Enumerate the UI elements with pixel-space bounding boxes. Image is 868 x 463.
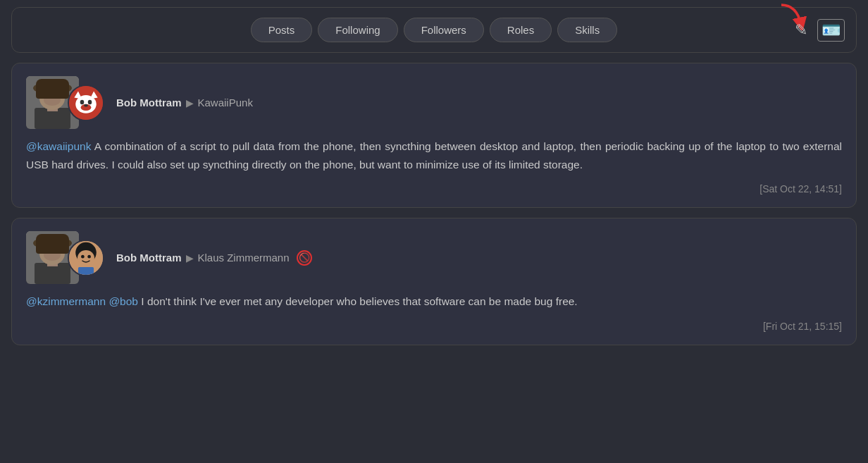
globe-icon-2: 🚫 [297, 250, 312, 266]
post-header-2: Bob Mottram ▶ Klaus Zimmermann 🚫 [26, 231, 842, 284]
forward-arrow-2: ▶ [186, 252, 194, 264]
post-meta-1: Bob Mottram ▶ KawaiiPunk [116, 97, 253, 109]
author-name-2: Bob Mottram [116, 252, 182, 264]
avatar-klaus-2 [68, 240, 104, 276]
tab-following[interactable]: Following [318, 18, 397, 42]
post-meta-2: Bob Mottram ▶ Klaus Zimmermann 🚫 [116, 250, 312, 266]
post-text-2: I don't think I've ever met any develope… [138, 295, 578, 307]
svg-rect-28 [78, 267, 94, 275]
person-add-button[interactable]: 🪪 [817, 19, 845, 42]
tab-followers[interactable]: Followers [404, 18, 484, 42]
post-timestamp-1: [Sat Oct 22, 14:51] [26, 183, 842, 195]
svg-point-13 [84, 104, 88, 106]
svg-point-22 [44, 249, 61, 261]
post-header-1: Bob Mottram ▶ KawaiiPunk [26, 76, 842, 129]
svg-point-20 [35, 240, 69, 247]
tab-skills[interactable]: Skills [557, 18, 617, 42]
recipient-name-1: KawaiiPunk [198, 97, 253, 109]
author-name-1: Bob Mottram [116, 97, 182, 109]
tab-bar: Posts Following Followers Roles Skills ✎… [11, 7, 857, 53]
post-timestamp-2: [Fri Oct 21, 15:15] [26, 321, 842, 332]
svg-point-15 [88, 99, 92, 104]
svg-point-27 [87, 254, 91, 258]
avatar-group-1 [26, 76, 111, 129]
post-body-2: @kzimmermann @bob I don't think I've eve… [26, 292, 842, 311]
svg-point-7 [44, 94, 61, 106]
avatar-group-2 [26, 231, 111, 284]
post-card-2: Bob Mottram ▶ Klaus Zimmermann 🚫 @kzimme… [11, 218, 857, 345]
mention-2a[interactable]: @kzimmermann [26, 295, 106, 307]
svg-point-26 [81, 254, 85, 258]
post-card-1: Bob Mottram ▶ KawaiiPunk @kawaiipunk A c… [11, 63, 857, 208]
kawaii-avatar-svg [69, 85, 103, 121]
recipient-name-2: Klaus Zimmermann [198, 252, 290, 264]
edit-button[interactable]: ✎ [792, 18, 810, 42]
tab-actions: ✎ 🪪 [792, 18, 845, 42]
post-text-1: A combination of a script to pull data f… [26, 140, 842, 171]
post-body-1: @kawaiipunk A combination of a script to… [26, 137, 842, 173]
tab-posts[interactable]: Posts [251, 18, 313, 42]
avatar-kawaii-1 [68, 85, 104, 121]
svg-point-14 [80, 99, 85, 104]
svg-rect-6 [40, 80, 64, 90]
mention-2b[interactable]: @bob [108, 295, 138, 307]
klaus-avatar-svg [69, 240, 103, 276]
svg-point-25 [78, 250, 94, 266]
mention-1[interactable]: @kawaiipunk [26, 140, 91, 152]
svg-rect-21 [40, 235, 64, 245]
tab-roles[interactable]: Roles [490, 18, 552, 42]
forward-arrow-1: ▶ [186, 97, 194, 109]
svg-point-5 [35, 85, 69, 92]
